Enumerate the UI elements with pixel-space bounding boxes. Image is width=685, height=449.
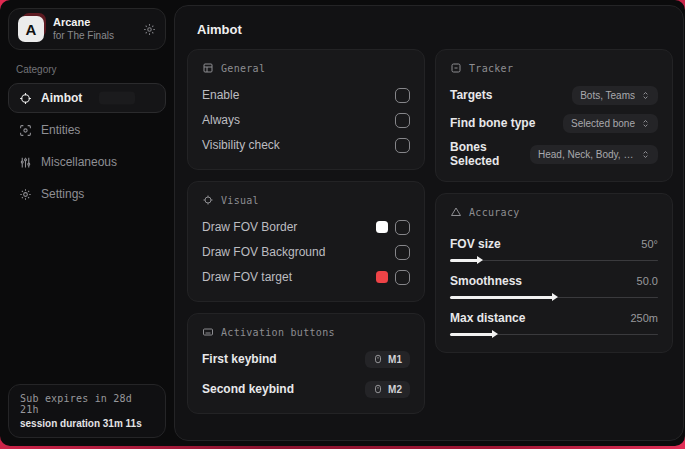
entities-scan-icon xyxy=(19,124,32,137)
sidebar-item-label: Miscellaneous xyxy=(41,155,117,169)
sidebar-nav: Aimbot Entities xyxy=(8,83,166,209)
select-value: Selected bone xyxy=(571,118,635,129)
fov-target-color-swatch[interactable] xyxy=(376,271,388,283)
find-bone-type-select[interactable]: Selected bone xyxy=(563,114,658,133)
accuracy-card: Accuracy FOV size 50° xyxy=(435,193,673,353)
crosshair-icon xyxy=(19,92,32,105)
frame-minus-icon xyxy=(450,62,462,74)
setting-row-second-keybind: Second keybind M2 xyxy=(202,378,410,400)
select-value: Bots, Teams xyxy=(580,90,635,101)
fov-size-slider[interactable] xyxy=(450,255,658,265)
sliders-icon xyxy=(19,156,32,169)
setting-row-enable: Enable xyxy=(202,84,410,106)
sidebar-item-label: Aimbot xyxy=(41,91,82,105)
activation-card: Activation buttons First keybind xyxy=(187,313,425,414)
fov-background-checkbox[interactable] xyxy=(395,245,410,260)
session-duration-text: session duration 31m 11s xyxy=(20,418,154,429)
general-card: General Enable Always Visibility check xyxy=(187,49,425,170)
sync-icon[interactable] xyxy=(143,23,156,36)
enable-checkbox[interactable] xyxy=(395,88,410,103)
slider-thumb[interactable] xyxy=(552,293,558,301)
visual-card: Visual Draw FOV Border Draw FOV Backgrou… xyxy=(187,181,425,302)
max-distance-value: 250m xyxy=(630,312,658,324)
setting-row-fov-size: FOV size 50° xyxy=(450,237,658,265)
triangle-icon xyxy=(450,206,462,218)
fov-border-color-swatch[interactable] xyxy=(376,221,388,233)
app-name: Arcane xyxy=(53,16,114,30)
keybind-value: M2 xyxy=(388,384,402,395)
setting-row-first-keybind: First keybind M1 xyxy=(202,348,410,370)
setting-row-targets: Targets Bots, Teams xyxy=(450,84,658,106)
keyboard-icon xyxy=(202,326,214,338)
subscription-card: Sub expires in 28d 21h session duration … xyxy=(8,384,166,438)
slider-thumb[interactable] xyxy=(492,330,498,338)
chevrons-up-down-icon xyxy=(641,91,650,100)
always-checkbox[interactable] xyxy=(395,113,410,128)
setting-row-max-distance: Max distance 250m xyxy=(450,311,658,339)
category-label: Category xyxy=(16,64,158,75)
bones-selected-select[interactable]: Head, Neck, Body, Pe... xyxy=(530,145,658,164)
hotkey-badge xyxy=(99,92,135,105)
left-column: General Enable Always Visibility check xyxy=(187,49,425,414)
focus-icon xyxy=(202,194,214,206)
setting-row-always: Always xyxy=(202,109,410,131)
sidebar-item-aimbot[interactable]: Aimbot xyxy=(8,83,166,113)
grid-icon xyxy=(202,62,214,74)
fov-target-checkbox[interactable] xyxy=(395,270,410,285)
max-distance-slider[interactable] xyxy=(450,329,658,339)
sidebar-item-settings[interactable]: Settings xyxy=(8,179,166,209)
card-title: Tracker xyxy=(469,63,513,74)
sidebar-item-entities[interactable]: Entities xyxy=(8,115,166,145)
right-column: Tracker Targets Bots, Teams xyxy=(435,49,673,353)
slider-thumb[interactable] xyxy=(477,256,483,264)
sub-expiry-text: Sub expires in 28d 21h xyxy=(20,393,154,415)
visibility-check-checkbox[interactable] xyxy=(395,138,410,153)
brand-text: Arcane for The Finals xyxy=(53,16,114,42)
mouse-icon xyxy=(373,384,383,394)
setting-row-smoothness: Smoothness 50.0 xyxy=(450,274,658,302)
app-subtitle: for The Finals xyxy=(53,30,114,43)
select-value: Head, Neck, Body, Pe... xyxy=(538,149,635,160)
page-title: Aimbot xyxy=(187,16,673,49)
gear-icon xyxy=(19,188,32,201)
smoothness-slider[interactable] xyxy=(450,292,658,302)
fov-border-checkbox[interactable] xyxy=(395,220,410,235)
first-keybind-button[interactable]: M1 xyxy=(365,351,410,368)
brand-card: A Arcane for The Finals xyxy=(8,8,166,50)
setting-row-fov-border: Draw FOV Border xyxy=(202,216,410,238)
card-title: Visual xyxy=(221,195,259,206)
tracker-card: Tracker Targets Bots, Teams xyxy=(435,49,673,182)
setting-row-visibility-check: Visibility check xyxy=(202,134,410,156)
setting-row-fov-target: Draw FOV target xyxy=(202,266,410,288)
second-keybind-button[interactable]: M2 xyxy=(365,381,410,398)
card-title: General xyxy=(221,63,265,74)
targets-select[interactable]: Bots, Teams xyxy=(572,86,658,105)
keybind-value: M1 xyxy=(388,354,402,365)
sidebar-item-miscellaneous[interactable]: Miscellaneous xyxy=(8,147,166,177)
logo-letter: A xyxy=(18,16,44,42)
setting-row-find-bone-type: Find bone type Selected bone xyxy=(450,112,658,134)
sidebar: A Arcane for The Finals Category xyxy=(0,0,174,446)
main-panel: Aimbot General Enable xyxy=(174,5,684,441)
chevrons-up-down-icon xyxy=(641,119,650,128)
sidebar-item-label: Settings xyxy=(41,187,84,201)
app-window: A Arcane for The Finals Category xyxy=(0,0,685,446)
smoothness-value: 50.0 xyxy=(637,275,658,287)
mouse-icon xyxy=(373,354,383,364)
setting-row-bones-selected: Bones Selected Head, Neck, Body, Pe... xyxy=(450,140,658,168)
sidebar-item-label: Entities xyxy=(41,123,80,137)
card-title: Activation buttons xyxy=(221,327,335,338)
card-title: Accuracy xyxy=(469,207,520,218)
fov-size-value: 50° xyxy=(641,238,658,250)
chevrons-up-down-icon xyxy=(641,150,650,159)
app-logo: A xyxy=(18,16,44,42)
setting-row-fov-background: Draw FOV Background xyxy=(202,241,410,263)
